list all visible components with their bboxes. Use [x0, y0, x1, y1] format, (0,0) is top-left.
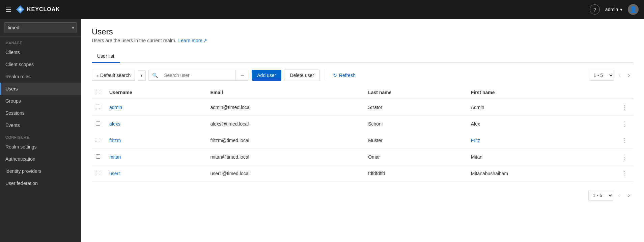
chevron-down-icon: ▾	[620, 7, 622, 12]
cell-firstname-0: Admin	[467, 99, 615, 116]
cell-lastname-0: Strator	[364, 99, 467, 116]
sidebar-item-client-scopes[interactable]: Client scopes	[0, 58, 81, 71]
row-checkbox-0[interactable]	[96, 105, 100, 109]
per-page-select-bottom[interactable]: 1 - 5 1 - 10	[588, 190, 613, 201]
next-page-button-top[interactable]: ›	[625, 70, 633, 80]
avatar[interactable]: 👤	[628, 4, 639, 15]
table-row: alexs alexs@timed.local Schöni Alex ⋮	[92, 116, 633, 132]
table-row: mitan mitan@timed.local Omar Mitan ⋮	[92, 149, 633, 165]
pagination-bottom: 1 - 5 1 - 10 ‹ ›	[92, 185, 633, 201]
cell-firstname-4: Mitanabushaiham	[467, 165, 615, 182]
cell-email-1: alexs@timed.local	[206, 116, 364, 132]
user-link-3[interactable]: mitan	[109, 154, 121, 160]
row-checkbox-1[interactable]	[96, 121, 100, 126]
sidebar-item-groups[interactable]: Groups	[0, 95, 81, 107]
user-label: admin	[605, 7, 618, 12]
chevron-right-icon: ›	[628, 72, 630, 78]
filter-label: Default search	[100, 73, 131, 78]
realm-dropdown[interactable]: timed	[4, 22, 77, 33]
sidebar-item-identity-providers[interactable]: Identity providers	[0, 165, 81, 177]
add-user-button[interactable]: Add user	[252, 70, 281, 81]
chevron-left-icon: ‹	[619, 72, 620, 78]
cell-firstname-1: Alex	[467, 116, 615, 132]
filter-dropdown-button[interactable]: ▾	[138, 70, 146, 81]
toolbar-divider	[324, 70, 324, 81]
sidebar-item-clients[interactable]: Clients	[0, 46, 81, 58]
delete-user-button[interactable]: Delete user	[284, 70, 320, 81]
cell-username-0: admin	[105, 99, 206, 116]
user-link-2[interactable]: fritzm	[109, 138, 121, 143]
page-subtitle: Users are the users in the current realm…	[92, 38, 633, 43]
users-table: Username Email Last name First name admi…	[92, 86, 633, 182]
filter-button[interactable]: ⬦ Default search	[92, 70, 135, 81]
tab-user-list[interactable]: User list	[92, 50, 120, 63]
page-title: Users	[92, 27, 633, 36]
sidebar-item-events[interactable]: Events	[0, 119, 81, 131]
help-button[interactable]: ?	[590, 4, 600, 15]
user-menu[interactable]: admin ▾	[605, 7, 622, 12]
sidebar-item-users[interactable]: Users	[0, 83, 81, 95]
row-menu-button-4[interactable]: ⋮	[619, 169, 629, 178]
cell-email-0: admin@timed.local	[206, 99, 364, 116]
cell-lastname-3: Omar	[364, 149, 467, 165]
chevron-down-icon: ▾	[140, 73, 143, 78]
sidebar: timed ▾ Manage Clients Client scopes Rea…	[0, 19, 81, 242]
cell-email-4: user1@timed.local	[206, 165, 364, 182]
cell-lastname-2: Muster	[364, 132, 467, 149]
sidebar-item-sessions[interactable]: Sessions	[0, 107, 81, 119]
arrow-right-icon: →	[240, 73, 245, 78]
search-input[interactable]	[161, 70, 235, 80]
cell-lastname-1: Schöni	[364, 116, 467, 132]
cell-username-2: fritzm	[105, 132, 206, 149]
select-all-checkbox[interactable]	[96, 90, 100, 94]
cell-firstname-3: Mitan	[467, 149, 615, 165]
chevron-left-icon: ‹	[618, 192, 620, 198]
user-link-0[interactable]: admin	[109, 105, 122, 110]
app-name: KEYCLOAK	[27, 6, 60, 12]
sidebar-section-manage: Manage	[0, 37, 81, 46]
user-link-4[interactable]: user1	[109, 171, 121, 176]
user-link-1[interactable]: alexs	[109, 121, 120, 127]
chevron-right-icon: ›	[628, 192, 630, 198]
cell-email-3: mitan@timed.local	[206, 149, 364, 165]
help-icon: ?	[593, 7, 596, 12]
main-content: Users Users are the users in the current…	[81, 19, 644, 242]
row-checkbox-3[interactable]	[96, 154, 100, 159]
search-submit-button[interactable]: →	[235, 70, 249, 80]
row-menu-button-2[interactable]: ⋮	[619, 136, 629, 145]
filter-icon: ⬦	[96, 73, 99, 78]
col-firstname: First name	[467, 86, 615, 99]
prev-page-button-bottom[interactable]: ‹	[615, 190, 623, 200]
table-row: user1 user1@timed.local fdfdfdffd Mitana…	[92, 165, 633, 182]
app-logo: KEYCLOAK	[16, 5, 60, 14]
row-checkbox-4[interactable]	[96, 171, 100, 175]
refresh-button[interactable]: ↻ Refresh	[328, 70, 360, 81]
table-row: admin admin@timed.local Strator Admin ⋮	[92, 99, 633, 116]
hamburger-menu[interactable]: ☰	[5, 5, 11, 14]
external-link-icon: ↗	[203, 38, 207, 43]
row-menu-button-1[interactable]: ⋮	[619, 119, 629, 128]
next-page-button-bottom[interactable]: ›	[625, 190, 633, 200]
col-actions	[615, 86, 633, 99]
cell-lastname-4: fdfdfdffd	[364, 165, 467, 182]
col-email: Email	[206, 86, 364, 99]
row-menu-button-3[interactable]: ⋮	[619, 153, 629, 161]
sidebar-item-realm-settings[interactable]: Realm settings	[0, 141, 81, 153]
avatar-icon: 👤	[629, 6, 637, 13]
pagination-nav-top: ‹ ›	[615, 70, 633, 80]
sidebar-item-authentication[interactable]: Authentication	[0, 153, 81, 165]
search-icon: 🔍	[149, 70, 161, 80]
prev-page-button-top[interactable]: ‹	[615, 70, 624, 80]
col-username: Username	[105, 86, 206, 99]
sidebar-item-user-federation[interactable]: User federation	[0, 177, 81, 189]
row-menu-button-0[interactable]: ⋮	[619, 103, 629, 112]
tabs: User list	[92, 50, 633, 63]
row-checkbox-2[interactable]	[96, 138, 100, 142]
per-page-select[interactable]: 1 - 5 1 - 10 1 - 20	[589, 70, 614, 81]
topnav: ☰ KEYCLOAK ? admin ▾ 👤	[0, 0, 644, 19]
learn-more-link[interactable]: Learn more ↗	[178, 38, 207, 43]
refresh-icon: ↻	[333, 73, 337, 78]
cell-email-2: fritzm@timed.local	[206, 132, 364, 149]
select-all-header	[92, 86, 105, 99]
sidebar-item-realm-roles[interactable]: Realm roles	[0, 71, 81, 83]
